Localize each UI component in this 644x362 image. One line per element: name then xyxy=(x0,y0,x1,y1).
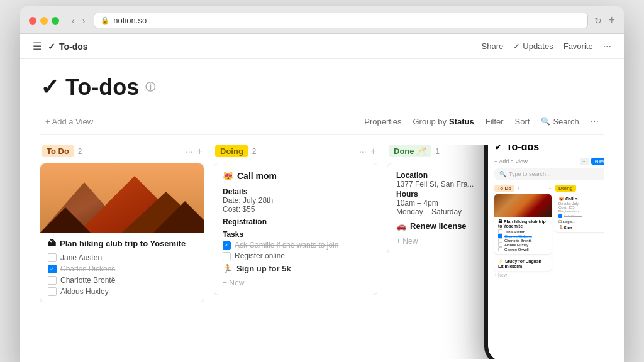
phone-new-small[interactable]: + New xyxy=(494,273,552,277)
address-text: notion.so xyxy=(113,16,147,25)
forward-button[interactable]: › xyxy=(80,14,88,27)
phone-overlay: 3:08 📶 🔋 ☰ ✓ xyxy=(484,145,604,359)
phone-title-text: To-dos xyxy=(506,145,539,153)
phone-charlotte-box xyxy=(498,238,502,243)
menu-icon[interactable]: ☰ xyxy=(33,40,42,52)
call-mom-title: 😻 Call mom xyxy=(223,171,369,181)
minimize-button[interactable] xyxy=(40,17,48,25)
close-button[interactable] xyxy=(29,17,36,25)
registration-section: Registration xyxy=(223,217,369,226)
add-view-button[interactable]: + Add a View xyxy=(40,114,98,129)
registration-label: Registration xyxy=(223,217,369,226)
phone-todo-more: ··· xyxy=(547,185,552,191)
doing-column-header: Doing 2 ··· + xyxy=(214,145,377,157)
app-title-text: To-dos xyxy=(59,41,88,52)
charles-checkbox[interactable]: ✓ xyxy=(48,265,57,273)
hiking-card-body: 🏔 Plan hiking club trip to Yosemite Jane… xyxy=(40,233,204,302)
todo-add-button[interactable]: + xyxy=(197,146,203,157)
app-header: ☰ ✓ To-dos Share ✓ Updates Favorite ··· xyxy=(20,34,624,59)
charlotte-checkbox[interactable] xyxy=(48,276,57,285)
renew-emoji: 🚗 xyxy=(396,221,406,231)
phone-hiking-card: 🏔 Plan hiking club trip to Yosemite Jane… xyxy=(494,194,552,254)
person-charles: ✓ Charles Dickens xyxy=(48,265,196,273)
maximize-button[interactable] xyxy=(52,17,59,25)
nav-buttons: ‹ › xyxy=(69,14,87,27)
phone-charles-box xyxy=(498,234,502,238)
search-icon: 🔍 xyxy=(541,117,550,126)
phone-search-icon: 🔍 xyxy=(499,171,506,177)
location-label: Location xyxy=(396,171,428,180)
favorite-button[interactable]: Favorite xyxy=(564,41,593,51)
camille-checkbox[interactable]: ✓ xyxy=(223,241,231,250)
share-button[interactable]: Share xyxy=(482,41,504,51)
todo-more-button[interactable]: ··· xyxy=(186,146,193,156)
phone-search-bar[interactable]: 🔍 Type to search... xyxy=(494,168,604,180)
aldous-name: Aldous Huxley xyxy=(60,287,109,296)
more-options-button[interactable]: ··· xyxy=(603,41,611,52)
phone-charles: Charles Dickens xyxy=(498,234,548,238)
tasks-label: Tasks xyxy=(223,230,369,239)
group-by-button[interactable]: Group by Status xyxy=(408,114,479,129)
task-camille: ✓ Ask Camille if she wants to join xyxy=(223,241,369,250)
todo-column: To Do 2 ··· + xyxy=(40,145,204,359)
phone-doing-title: 😻 Call e... xyxy=(558,197,604,202)
back-button[interactable]: ‹ xyxy=(69,14,77,27)
details-section: Details Date: July 28th Cost: $55 xyxy=(223,187,369,214)
doing-label: Doing xyxy=(215,145,248,157)
toolbar-more-button[interactable]: ··· xyxy=(586,113,604,129)
done-new-button[interactable]: + New xyxy=(396,237,418,246)
new-tab-button[interactable]: + xyxy=(608,14,615,27)
sort-button[interactable]: Sort xyxy=(510,114,535,129)
properties-button[interactable]: Properties xyxy=(359,114,406,129)
updates-checkmark: ✓ xyxy=(513,41,520,51)
todo-label: To Do xyxy=(42,145,74,157)
browser-titlebar: ‹ › 🔒 notion.so ↻ + xyxy=(20,6,624,34)
phone-doing-card: 😻 Call e... Details: July Cost: $55 Regi… xyxy=(555,194,604,232)
register-task: Register online xyxy=(235,251,285,260)
doing-new-button[interactable]: + New xyxy=(223,278,244,287)
phone-jane-name: Jane Austen xyxy=(504,230,525,234)
phone-card-title: 🏔 Plan hiking club trip to Yosemite xyxy=(498,219,548,228)
address-bar[interactable]: 🔒 notion.so xyxy=(94,13,588,28)
phone-columns: To Do 7 ··· 🏔 Plan hiking club trip to xyxy=(494,185,604,277)
phone-add-view[interactable]: + Add a View ··· New ▾ xyxy=(494,158,604,165)
traffic-lights xyxy=(29,17,59,25)
mountain-image xyxy=(40,163,204,233)
doing-more-button[interactable]: ··· xyxy=(359,146,367,156)
lock-icon: 🔒 xyxy=(101,16,109,25)
todo-column-header: To Do 2 ··· + xyxy=(40,145,204,157)
call-mom-card: 😻 Call mom Details Date: July 28th xyxy=(214,163,377,295)
phone-new-btn[interactable]: New ▾ xyxy=(591,158,604,165)
page-content: ✓ To-dos ⓘ + Add a View Properties Group… xyxy=(20,59,624,362)
search-button[interactable]: 🔍 Search xyxy=(536,114,584,129)
task-register: Register online xyxy=(223,251,369,260)
phone-jane-box xyxy=(498,229,502,234)
phone-content: ✓ To-dos + Add a View ··· New ▾ 🔍 Type t… xyxy=(488,145,604,359)
phone-study-title: ⚡ Study for English Lit midterm xyxy=(498,259,548,268)
phone-card-body: 🏔 Plan hiking club trip to Yosemite Jane… xyxy=(494,217,552,254)
phone-jane: Jane Austen xyxy=(498,229,548,234)
updates-button[interactable]: ✓ Updates xyxy=(513,41,553,51)
sign-up-item: 🏃 Sign up for 5k xyxy=(223,264,369,273)
app-title-area: ✓ To-dos xyxy=(48,41,88,52)
filter-button[interactable]: Filter xyxy=(480,114,509,129)
refresh-button[interactable]: ↻ xyxy=(594,16,602,26)
phone-charlotte: Charlotte Brontë xyxy=(498,238,548,243)
phone-aldous: Aldous Huxley xyxy=(498,243,548,247)
checkmark-icon: ✓ xyxy=(48,41,55,52)
info-icon[interactable]: ⓘ xyxy=(145,81,155,94)
phone-more-btn[interactable]: ··· xyxy=(580,158,589,165)
hours-days: Monday – Saturday xyxy=(396,207,462,216)
register-checkbox[interactable] xyxy=(223,252,231,260)
doing-column: Doing 2 ··· + 😻 Call mom xyxy=(214,145,377,359)
phone-aldous-name: Aldous Huxley xyxy=(504,243,528,247)
phone-charles-name: Charles Dickens xyxy=(504,234,532,238)
title-text: To-dos xyxy=(65,74,139,101)
aldous-checkbox[interactable] xyxy=(48,287,57,296)
phone-doing-col: Doing ··· 😻 Call e... Details: July Cost… xyxy=(555,185,604,277)
phone-todo-header: To Do 7 ··· xyxy=(494,185,552,192)
jane-checkbox[interactable] xyxy=(48,253,57,262)
person-jane: Jane Austen xyxy=(48,253,196,262)
doing-add-button[interactable]: + xyxy=(370,146,376,157)
phone-sign-row: Ask Cam... xyxy=(558,214,604,218)
